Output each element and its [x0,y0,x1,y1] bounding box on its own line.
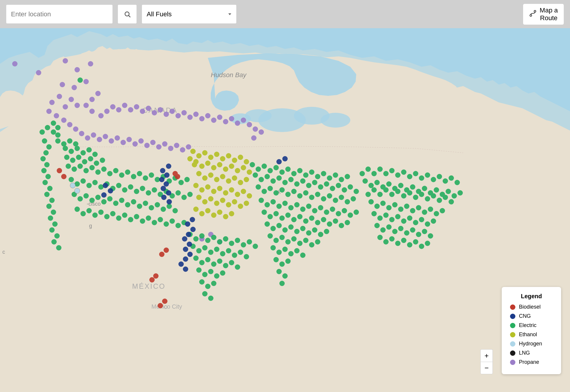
svg-point-267 [321,171,326,176]
fuel-select[interactable]: All FuelsBiodieselCNGElectricEthanolHydr… [142,4,237,24]
svg-point-115 [211,189,216,194]
svg-point-342 [265,202,270,207]
svg-point-535 [57,168,62,173]
svg-point-365 [303,218,308,224]
svg-point-163 [63,146,68,151]
svg-point-465 [398,207,403,212]
svg-point-536 [61,174,66,179]
svg-point-539 [164,247,169,253]
svg-point-305 [345,199,350,204]
svg-point-155 [49,227,55,233]
svg-point-279 [294,181,300,187]
svg-point-317 [419,175,424,181]
svg-point-147 [42,180,48,185]
svg-point-510 [103,183,108,188]
svg-point-382 [318,232,323,237]
svg-point-318 [425,172,430,178]
svg-point-459 [449,199,454,204]
svg-point-180 [89,165,95,170]
svg-point-414 [241,242,246,247]
svg-point-229 [137,204,142,209]
svg-point-359 [267,214,273,219]
svg-point-154 [52,221,58,227]
legend-item: LNG [510,350,553,356]
svg-point-7 [321,113,350,128]
svg-point-172 [82,159,87,164]
svg-point-185 [119,172,124,178]
svg-point-182 [101,166,107,172]
svg-point-54 [49,100,55,105]
svg-point-122 [196,195,202,200]
svg-point-309 [371,171,377,176]
legend-dot [510,323,515,328]
svg-point-347 [294,202,300,207]
svg-point-222 [95,195,101,200]
svg-point-498 [401,238,406,243]
svg-point-437 [208,269,213,274]
svg-point-544 [158,303,163,308]
svg-point-130 [244,201,249,206]
svg-point-386 [279,235,285,240]
svg-point-278 [288,177,294,182]
svg-point-230 [143,201,148,206]
map-route-button[interactable]: Map a Route [523,4,564,25]
svg-point-520 [161,195,167,200]
svg-point-220 [83,193,89,199]
svg-point-322 [449,175,454,181]
svg-point-251 [164,221,169,227]
svg-point-197 [69,177,74,182]
svg-point-540 [159,252,164,257]
zoom-out-button[interactable]: − [480,362,493,374]
svg-point-423 [226,248,231,253]
svg-point-131 [193,207,199,212]
svg-point-221 [89,198,95,203]
search-input[interactable] [6,4,113,24]
svg-point-378 [294,229,300,234]
svg-point-478 [401,218,406,224]
svg-point-87 [214,152,219,157]
search-button[interactable] [118,4,137,24]
svg-point-141 [46,144,52,150]
svg-point-357 [354,210,359,215]
svg-point-51 [253,126,258,132]
svg-point-435 [196,267,202,273]
svg-point-153 [48,215,53,221]
svg-point-360 [273,211,279,216]
svg-point-532 [183,266,188,272]
zoom-in-button[interactable]: + [480,349,493,362]
svg-point-434 [235,264,240,270]
svg-point-442 [211,281,216,286]
svg-point-403 [282,273,288,279]
svg-point-314 [401,169,406,175]
svg-point-370 [333,218,338,224]
svg-point-473 [371,211,377,216]
svg-point-208 [134,189,139,194]
svg-point-250 [158,217,163,222]
svg-point-58 [67,122,72,127]
svg-point-105 [208,172,213,178]
svg-point-349 [306,204,311,209]
svg-point-92 [244,159,249,164]
svg-point-57 [61,118,66,123]
svg-point-432 [223,263,228,268]
svg-point-546 [75,188,80,193]
svg-point-519 [166,190,171,196]
svg-point-189 [143,175,148,181]
svg-point-449 [389,192,395,197]
svg-point-257 [262,164,267,169]
svg-point-188 [137,171,142,176]
svg-point-132 [199,211,205,216]
svg-point-326 [374,180,380,185]
svg-point-206 [122,187,127,193]
svg-point-47 [229,116,234,121]
svg-point-143 [40,156,46,161]
svg-point-289 [354,189,359,194]
svg-point-56 [54,113,59,118]
svg-point-461 [374,204,380,209]
svg-point-224 [107,196,113,201]
svg-point-475 [383,212,389,218]
svg-point-98 [223,166,228,172]
svg-point-406 [193,236,199,242]
svg-point-320 [437,174,442,179]
svg-point-22 [89,97,95,102]
